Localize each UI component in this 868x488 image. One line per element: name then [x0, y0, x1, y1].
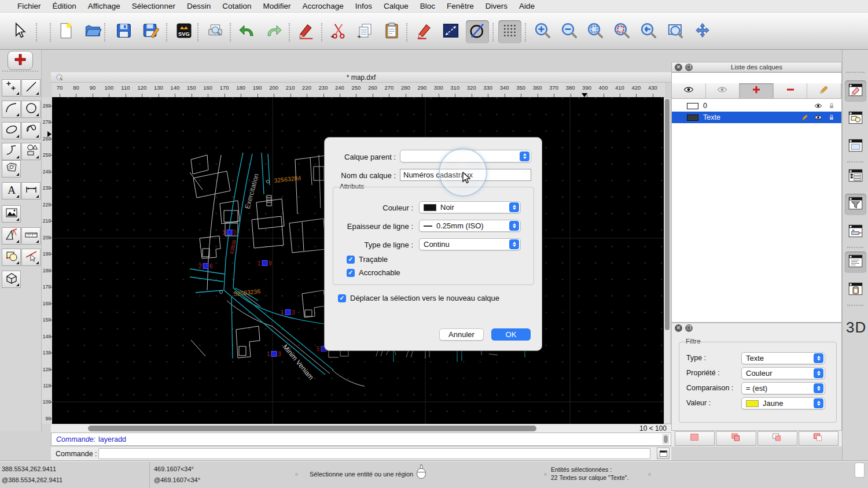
selected-text-handle[interactable]	[271, 352, 277, 357]
menu-affichage[interactable]: Affichage	[82, 2, 126, 10]
dropdown-stepper-icon[interactable]	[509, 202, 519, 212]
layer-edit-icon[interactable]	[801, 113, 809, 121]
solid-3d-tools-button[interactable]	[2, 271, 21, 288]
grid-toggle-button[interactable]	[498, 20, 521, 43]
dropdown-stepper-icon[interactable]	[814, 398, 823, 408]
line-tools-button[interactable]	[21, 79, 41, 97]
layer-lock-icon[interactable]	[827, 102, 836, 110]
menu-fenetre[interactable]: Fenêtre	[441, 2, 480, 10]
menu-divers[interactable]: Divers	[480, 2, 513, 10]
plottable-checkbox-row[interactable]: Traçable	[347, 255, 388, 264]
layers-panel-close-icon[interactable]: ✕	[675, 64, 682, 71]
block-list-panel-toggle-button[interactable]	[845, 108, 866, 130]
dimension-button[interactable]	[439, 20, 462, 43]
point-tools-button[interactable]	[2, 79, 21, 97]
filter-panel-detach-icon[interactable]: ❐	[685, 324, 693, 332]
zoom-previous-button[interactable]	[637, 20, 660, 43]
plottable-checkbox[interactable]	[347, 256, 355, 264]
horizontal-scrollbar[interactable]	[52, 425, 638, 432]
horizontal-scrollbar-thumb[interactable]	[88, 426, 536, 431]
property-editor-panel-toggle-button[interactable]	[845, 166, 866, 187]
menu-edition[interactable]: Édition	[47, 2, 82, 10]
snappable-checkbox-row[interactable]: Accrochable	[347, 268, 400, 277]
snappable-checkbox[interactable]	[347, 269, 355, 277]
drafting-tools-button[interactable]	[2, 227, 21, 245]
ok-button[interactable]: OK	[491, 328, 531, 341]
divide-tools-button[interactable]	[21, 249, 41, 266]
polyline-tools-button[interactable]	[2, 143, 21, 160]
filter-valeur-dropdown[interactable]: Jaune	[741, 397, 825, 409]
lineweight-dropdown[interactable]: 0.25mm (ISO)	[419, 220, 521, 232]
layer-visibility-icon[interactable]	[814, 113, 822, 121]
move-selection-checkbox-row[interactable]: Déplacer la sélection vers le nouveau ca…	[338, 294, 499, 302]
redo-button[interactable]	[262, 20, 285, 43]
filter-type-dropdown[interactable]: Texte	[741, 352, 825, 364]
vertical-scrollbar-thumb[interactable]	[665, 99, 670, 330]
color-dropdown[interactable]: Noir	[419, 201, 521, 213]
intersect-selection-button[interactable]	[799, 431, 838, 446]
zoom-window-button[interactable]	[664, 20, 687, 43]
menu-dessin[interactable]: Dessin	[181, 2, 216, 10]
spline-tools-button[interactable]	[21, 122, 41, 139]
dropdown-stepper-icon[interactable]	[814, 368, 823, 378]
text-tool-button[interactable]: A	[2, 182, 21, 199]
menu-aide[interactable]: Aide	[513, 2, 540, 10]
svg-export-button[interactable]: SVG	[172, 20, 196, 43]
dimension-tools-button[interactable]	[21, 182, 41, 199]
measure-tools-button[interactable]	[21, 227, 41, 245]
clipboard-panel-toggle-button[interactable]	[845, 279, 866, 301]
menu-modifier[interactable]: Modifier	[257, 2, 296, 10]
cancel-button[interactable]: Annuler	[439, 328, 484, 341]
filter-panel-close-icon[interactable]: ✕	[675, 324, 682, 332]
filter-comparaison-dropdown[interactable]: = (est)	[741, 382, 825, 394]
add-layer-button[interactable]	[740, 83, 774, 98]
restrict-off-button[interactable]	[466, 20, 489, 43]
layer-row-0[interactable]: 0	[672, 100, 841, 112]
current-tool-button[interactable]	[8, 51, 33, 70]
menu-infos[interactable]: Infos	[350, 2, 378, 10]
menu-fichier[interactable]: Fichier	[12, 2, 47, 10]
ellipse-tools-button[interactable]	[2, 122, 21, 139]
vertical-scrollbar[interactable]	[664, 97, 671, 424]
selected-text-handle[interactable]	[203, 264, 208, 269]
add-to-selection-button[interactable]	[716, 431, 756, 446]
undo-button[interactable]	[236, 20, 259, 43]
zoom-out-button[interactable]	[558, 20, 581, 43]
arc-tools-button[interactable]	[2, 101, 21, 118]
save-as-button[interactable]	[139, 20, 163, 43]
menu-accrochage[interactable]: Accrochage	[296, 2, 349, 10]
dropdown-stepper-icon[interactable]	[520, 151, 529, 161]
library-browser-panel-toggle-button[interactable]	[845, 136, 866, 157]
dropdown-stepper-icon[interactable]	[509, 239, 519, 249]
open-document-button[interactable]	[82, 20, 105, 43]
shape-tools-button[interactable]	[21, 143, 41, 160]
layer-row-texte[interactable]: Texte	[672, 112, 841, 123]
zoom-auto-button[interactable]	[584, 20, 607, 43]
remove-layer-button[interactable]	[774, 83, 808, 98]
edit-layer-button[interactable]	[807, 83, 841, 98]
selection-arrow-button[interactable]	[8, 20, 31, 43]
dropdown-stepper-icon[interactable]	[814, 353, 823, 363]
delete-entities-button[interactable]	[295, 20, 318, 43]
move-selection-checkbox[interactable]	[338, 294, 346, 302]
hatch-tools-button[interactable]	[2, 160, 21, 178]
remove-from-selection-button[interactable]	[757, 431, 797, 446]
history-scrollbar[interactable]	[663, 434, 669, 444]
menu-bloc[interactable]: Bloc	[414, 2, 441, 10]
cut-button[interactable]: +	[327, 20, 350, 43]
modify-tools-button[interactable]	[2, 249, 21, 266]
save-document-button[interactable]	[112, 20, 135, 43]
selection-filter-panel-toggle-button[interactable]	[845, 194, 866, 215]
new-document-button[interactable]	[54, 20, 78, 43]
selected-text-handle[interactable]	[285, 310, 290, 315]
circle-tools-button[interactable]	[21, 101, 41, 118]
print-preview-button[interactable]	[204, 20, 227, 43]
pan-button[interactable]	[691, 20, 714, 43]
hide-all-layers-button[interactable]	[706, 83, 740, 98]
layers-panel-detach-icon[interactable]: ❐	[685, 64, 693, 71]
menu-calque[interactable]: Calque	[378, 2, 414, 10]
image-tool-button[interactable]	[2, 205, 21, 223]
command-line-panel-toggle-button[interactable]	[845, 252, 866, 273]
selected-text-handle[interactable]	[262, 261, 267, 266]
pen-settings-panel-toggle-button[interactable]	[845, 221, 866, 243]
